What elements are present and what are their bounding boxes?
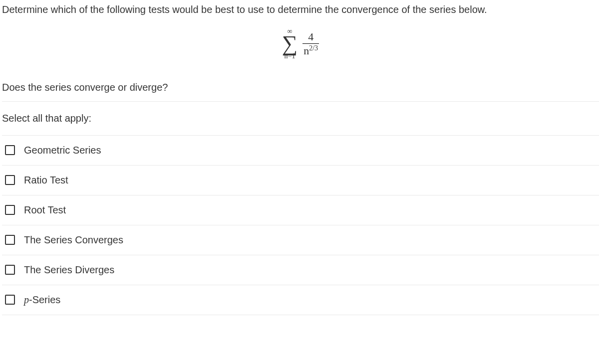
option-root-test[interactable]: Root Test (2, 195, 599, 225)
option-label: Ratio Test (24, 175, 68, 186)
checkbox-icon[interactable] (5, 235, 15, 245)
checkbox-icon[interactable] (5, 295, 15, 305)
fraction-denominator: n2/3 (302, 44, 319, 56)
sigma-lower-bound: n=1 (285, 53, 296, 60)
option-p-series[interactable]: p-Series (2, 285, 599, 315)
checkbox-icon[interactable] (5, 175, 15, 185)
option-label: p-Series (24, 294, 60, 306)
fraction: 4 n2/3 (302, 31, 319, 56)
sub-question: Does the series converge or diverge? (2, 74, 599, 102)
sigma-symbol: ∑ (282, 34, 298, 54)
checkbox-icon[interactable] (5, 205, 15, 215)
checkbox-icon[interactable] (5, 265, 15, 275)
checkbox-icon[interactable] (5, 145, 15, 155)
fraction-numerator: 4 (305, 31, 316, 43)
option-label: The Series Diverges (24, 264, 114, 276)
option-ratio-test[interactable]: Ratio Test (2, 165, 599, 195)
option-series-converges[interactable]: The Series Converges (2, 225, 599, 255)
options-list: Geometric Series Ratio Test Root Test Th… (2, 135, 599, 315)
option-geometric-series[interactable]: Geometric Series (2, 135, 599, 165)
option-label: Root Test (24, 204, 66, 216)
option-series-diverges[interactable]: The Series Diverges (2, 255, 599, 285)
option-label: The Series Converges (24, 234, 123, 246)
question-prompt: Determine which of the following tests w… (2, 4, 599, 15)
series-formula: ∞ ∑ n=1 4 n2/3 (2, 24, 599, 60)
select-instruction: Select all that apply: (2, 102, 599, 135)
option-label: Geometric Series (24, 145, 101, 156)
